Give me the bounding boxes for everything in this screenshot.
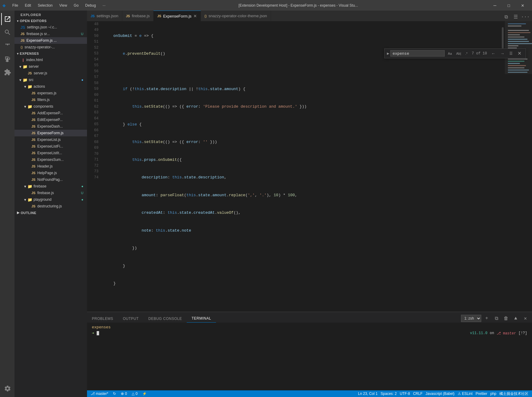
sidebar-item-firebase-js[interactable]: JS firebase.js U xyxy=(15,190,87,196)
status-encoding[interactable]: UTF-8 xyxy=(398,392,411,396)
status-spaces[interactable]: Spaces: 2 xyxy=(379,392,398,396)
delete-terminal-button[interactable]: 🗑 xyxy=(502,314,510,323)
find-expand-icon[interactable]: ▶ xyxy=(387,51,389,56)
sidebar-item-help-page[interactable]: JS HelpPage.js xyxy=(15,170,87,176)
sidebar-item-expense-form[interactable]: JS ExpenseForm.js xyxy=(15,130,87,136)
sidebar-item-expense-dash[interactable]: JS ExpenseDash... xyxy=(15,123,87,130)
menu-more[interactable]: ··· xyxy=(99,2,108,9)
code-line-56: description: this.state.description, xyxy=(104,174,501,181)
scrollbar-track[interactable] xyxy=(501,21,505,312)
sidebar-folder-components[interactable]: ▾ 📁 components xyxy=(15,103,87,110)
panel-tab-terminal[interactable]: TERMINAL xyxy=(187,314,216,323)
sidebar-item-snazzy-open[interactable]: {} snazzy-operator-... xyxy=(15,44,87,50)
menu-debug[interactable]: Debug xyxy=(82,2,99,9)
sidebar-item-server-js[interactable]: JS server.js xyxy=(15,70,87,76)
panel-tab-problems[interactable]: PROBLEMS xyxy=(87,315,118,323)
sidebar-item-edit-expense[interactable]: JS EditExpenseP... xyxy=(15,116,87,123)
split-terminal-button[interactable]: ⧉ xyxy=(492,314,501,323)
sidebar-item-notfound[interactable]: JS NotFoundPag... xyxy=(15,176,87,183)
filters-js-label: filters.js xyxy=(37,98,50,102)
sidebar-folder-actions[interactable]: ▾ 📁 actions xyxy=(15,83,87,90)
find-next-button[interactable]: → xyxy=(498,50,506,57)
expenses-sum-icon: JS xyxy=(31,158,35,161)
sidebar-folder-src[interactable]: ▾ 📁 src ● xyxy=(15,76,87,83)
tab-close-icon[interactable]: ✕ xyxy=(193,14,197,18)
activity-source-control[interactable] xyxy=(1,40,13,52)
sidebar-item-firebase-js-open[interactable]: JS firebase.js sr... U xyxy=(15,31,87,37)
close-panel-button[interactable]: ✕ xyxy=(521,314,530,323)
status-php[interactable]: php xyxy=(489,392,498,396)
find-select-all-button[interactable]: ☰ xyxy=(508,51,514,56)
status-lightning[interactable]: ⚡ xyxy=(141,392,148,396)
sidebar-item-expense-list[interactable]: JS ExpenseList.js xyxy=(15,136,87,143)
activity-extensions[interactable] xyxy=(1,66,13,78)
expenses-sum-label: ExpensesSum... xyxy=(37,158,63,162)
outline-section[interactable]: ▶ OUTLINE xyxy=(15,210,87,216)
menu-go[interactable]: Go xyxy=(71,2,82,9)
line-num-69: 69 xyxy=(87,145,98,151)
tab-expense-form-js[interactable]: JS ExpenseForm.js ✕ xyxy=(153,11,201,21)
sidebar-item-settings-json[interactable]: JS settings.json ~/.c... xyxy=(15,24,87,31)
activity-explorer[interactable] xyxy=(1,13,13,25)
sidebar-item-destructuring[interactable]: JS destructuring.js xyxy=(15,203,87,210)
status-eslint[interactable]: ⚠ ESLint xyxy=(456,392,474,396)
find-prev-button[interactable]: ← xyxy=(489,50,497,57)
toggle-panel-button[interactable]: ☰ xyxy=(511,13,520,21)
eslint-label: ⚠ ESLint xyxy=(458,392,473,396)
sidebar-item-add-expense[interactable]: JS AddExpenseP... xyxy=(15,110,87,116)
tab-snazzy[interactable]: {} snazzy-operator-color-theme.json xyxy=(201,11,271,21)
tab-firebase-js[interactable]: JS firebase.js xyxy=(122,11,154,21)
sidebar-item-header-js[interactable]: JS Header.js xyxy=(15,163,87,170)
status-language[interactable]: Javascript (Babel) xyxy=(424,392,456,396)
match-case-button[interactable]: Aa xyxy=(446,51,453,56)
sidebar-item-expense-form-open[interactable]: JS ExpenseForm.js ... xyxy=(15,37,87,44)
sidebar-item-expenses-sum[interactable]: JS ExpensesSum... xyxy=(15,156,87,163)
panel-tab-debug[interactable]: DEBUG CONSOLE xyxy=(143,315,187,323)
menu-edit[interactable]: Edit xyxy=(22,2,34,9)
panel-tab-output[interactable]: OUTPUT xyxy=(118,315,143,323)
sidebar-item-filters-js[interactable]: JS filters.js xyxy=(15,96,87,103)
maximize-button[interactable]: ☐ xyxy=(502,0,516,11)
status-errors[interactable]: ⊗ 0 xyxy=(120,392,128,396)
sidebar-folder-playground[interactable]: ▾ 📁 playground ● xyxy=(15,196,87,203)
menu-file[interactable]: File xyxy=(9,2,21,9)
use-regex-button[interactable]: .* xyxy=(463,51,469,56)
more-actions-button[interactable]: ··· xyxy=(521,13,530,21)
close-button[interactable]: ✕ xyxy=(516,0,530,11)
status-warnings[interactable]: △ 0 xyxy=(131,392,139,396)
status-line-ending[interactable]: CRLF xyxy=(412,392,424,396)
sidebar-folder-firebase[interactable]: ▾ 📁 firebase ● xyxy=(15,183,87,190)
split-editor-button[interactable]: ⧉ xyxy=(502,13,510,21)
find-input[interactable] xyxy=(390,50,445,57)
terminal-shell-select[interactable]: 1: zsh xyxy=(461,315,481,322)
code-content[interactable]: onSubmit = e => { e.preventDefault() if … xyxy=(102,21,501,312)
match-word-button[interactable]: Ab| xyxy=(454,51,463,56)
tab-settings-json[interactable]: JS settings.json xyxy=(87,11,122,21)
status-ln-col[interactable]: Ln 23, Col 1 xyxy=(357,392,379,396)
sidebar-item-index-html[interactable]: ❙ index.html xyxy=(15,57,87,63)
code-line-48: onSubmit = e => { xyxy=(104,33,501,39)
activity-debug[interactable] xyxy=(1,53,13,65)
sidebar-item-expense-list-it[interactable]: JS ExpenseListIt... xyxy=(15,150,87,156)
menu-view[interactable]: View xyxy=(56,2,70,9)
status-sync[interactable]: ↻ xyxy=(112,392,117,396)
sidebar-item-expenses-js[interactable]: JS expenses.js xyxy=(15,90,87,96)
open-editors-section[interactable]: ▾ Open Editors xyxy=(15,18,87,24)
find-close-button[interactable]: ✕ xyxy=(516,50,523,57)
expenses-section[interactable]: ▾ EXPENSES xyxy=(15,50,87,57)
new-terminal-button[interactable]: + xyxy=(482,314,491,323)
sidebar-folder-server[interactable]: ▾ 📁 server xyxy=(15,63,87,70)
status-prettier[interactable]: Prettier xyxy=(474,392,488,396)
vscode-icon: ❖ xyxy=(2,2,6,9)
minimize-button[interactable]: ‒ xyxy=(488,0,502,11)
status-branch[interactable]: ⎇ master* xyxy=(89,392,109,396)
code-line-54: this.setState(() => ({ error: '' })) xyxy=(104,139,501,145)
line-num-58: 58 xyxy=(87,80,98,86)
menu-selection[interactable]: Selection xyxy=(35,2,56,9)
maximize-panel-button[interactable]: ▲ xyxy=(511,314,520,323)
activity-settings[interactable] xyxy=(1,382,13,395)
sidebar-item-expense-list-fi[interactable]: JS ExpenseListFi... xyxy=(15,143,87,150)
activity-search[interactable] xyxy=(1,26,13,38)
scrollbar-thumb[interactable] xyxy=(502,27,504,51)
tab-expense-form-js-label: ExpenseForm.js xyxy=(163,14,192,18)
